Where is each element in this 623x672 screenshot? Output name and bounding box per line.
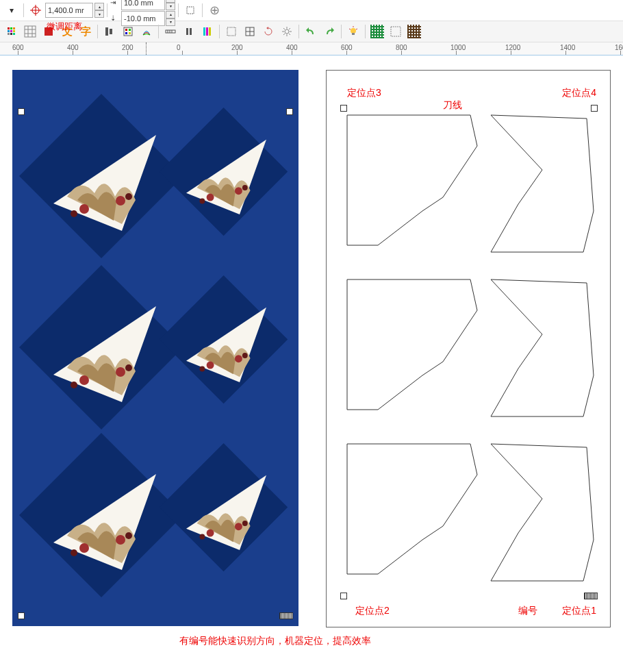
macro-toolbar: 文 字 (0, 21, 623, 42)
dup-x-spinner[interactable]: ▴▾ (166, 0, 175, 10)
svg-rect-35 (227, 27, 236, 36)
color-picker-icon[interactable] (3, 23, 21, 40)
svg-rect-31 (190, 28, 192, 35)
svg-point-48 (351, 28, 356, 34)
svg-rect-21 (124, 27, 132, 36)
ruler-origin-marker (146, 42, 147, 55)
svg-line-52 (356, 29, 357, 29)
bottom-note: 有编号能快速识别方向，机器定位，提高效率 (179, 635, 371, 647)
svg-rect-3 (187, 7, 194, 14)
svg-rect-11 (10, 33, 12, 35)
nudge-spinner[interactable]: ▴▾ (94, 3, 104, 18)
swirl-icon[interactable] (138, 23, 155, 40)
svg-line-51 (349, 29, 351, 29)
left-artboard[interactable] (12, 70, 298, 626)
svg-rect-6 (13, 27, 15, 29)
property-bar-row1: ▾ 1,400.0 mr ▴▾ ⇥ 10.0 mm ▴▾ ⇣ -10.0 mm … (0, 0, 623, 21)
svg-rect-24 (125, 32, 127, 34)
pause-icon[interactable] (180, 23, 198, 40)
dropdown-button[interactable]: ▾ (3, 2, 21, 18)
ruler-tool-icon[interactable] (162, 23, 179, 40)
svg-rect-7 (8, 30, 10, 32)
svg-rect-53 (391, 27, 400, 36)
svg-line-47 (283, 34, 285, 35)
svg-rect-33 (206, 27, 208, 36)
svg-rect-34 (209, 27, 211, 36)
svg-rect-30 (186, 28, 188, 35)
page-border-icon[interactable] (222, 23, 240, 40)
crop-tool-icon[interactable] (181, 2, 199, 18)
svg-rect-49 (352, 33, 355, 35)
selection-dashed-icon[interactable] (387, 23, 405, 40)
redo-icon[interactable] (320, 23, 338, 40)
grid-pattern-icon[interactable] (21, 23, 39, 40)
nudge-target-icon[interactable] (27, 2, 44, 18)
center-guides-icon[interactable] (241, 23, 259, 40)
qr-brown-icon[interactable] (405, 23, 423, 40)
swatch-icon[interactable] (119, 23, 137, 40)
right-outline-svg (327, 71, 610, 627)
svg-rect-8 (10, 30, 12, 32)
svg-rect-4 (8, 27, 10, 29)
svg-rect-5 (10, 27, 12, 29)
horizontal-ruler[interactable]: 6004002000200400600800100012001400160018… (0, 42, 623, 55)
cmyk-bars-icon[interactable] (199, 23, 216, 40)
add-button[interactable]: ⊕ (205, 2, 223, 18)
svg-rect-20 (110, 29, 112, 34)
svg-line-46 (289, 28, 290, 29)
svg-rect-12 (13, 33, 15, 35)
svg-rect-9 (13, 30, 15, 32)
bulb-icon[interactable] (344, 23, 362, 40)
dup-y-icon: ⇣ (110, 14, 121, 22)
nudge-distance-input[interactable]: 1,400.0 mr (45, 3, 93, 18)
align-icon[interactable] (101, 23, 118, 40)
left-art-svg (12, 70, 298, 626)
dup-x-icon: ⇥ (110, 0, 121, 6)
canvas-area[interactable]: 定位点3 定位点4 刀线 定位点2 编号 定位点1 (0, 56, 623, 672)
drawing-stage: 6004002000200400600800100012001400160018… (0, 42, 623, 672)
gear-icon[interactable] (278, 23, 296, 40)
duplicate-x-input[interactable]: 10.0 mm (121, 0, 165, 10)
blue-background (12, 70, 298, 626)
svg-rect-19 (105, 27, 108, 36)
svg-rect-26 (166, 30, 175, 33)
nudge-label: 微调距离 (47, 21, 82, 33)
qr-green-icon[interactable] (368, 23, 386, 40)
ruler-tick: 1600 (615, 44, 623, 51)
undo-icon[interactable] (302, 23, 320, 40)
rotate-icon[interactable] (259, 23, 277, 40)
ruler-tick: 0 (177, 44, 181, 51)
svg-point-39 (285, 29, 289, 34)
svg-rect-10 (8, 33, 10, 35)
svg-line-45 (289, 34, 290, 35)
ruler-tick: 1200 (505, 44, 520, 51)
svg-rect-23 (129, 29, 131, 31)
ruler-tick: 1400 (560, 44, 575, 51)
svg-line-44 (283, 28, 285, 29)
right-artboard[interactable]: 定位点3 定位点4 刀线 定位点2 编号 定位点1 (326, 70, 611, 627)
svg-rect-22 (125, 29, 127, 31)
ruler-tick: 1000 (450, 44, 466, 51)
svg-rect-25 (129, 32, 131, 34)
svg-rect-32 (203, 27, 205, 36)
svg-rect-13 (25, 26, 36, 37)
